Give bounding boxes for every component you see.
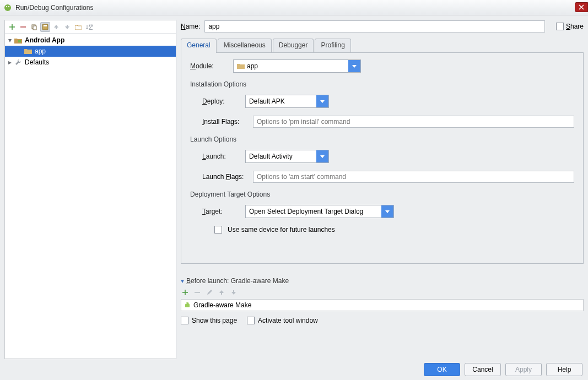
module-icon [24,47,33,56]
wrench-icon [14,58,23,67]
window-title: Run/Debug Configurations [15,4,93,12]
before-launch-item: Gradle-aware Make [193,301,251,309]
ok-button[interactable]: OK [424,363,460,376]
android-icon [184,301,191,309]
show-page-checkbox[interactable] [181,317,188,324]
svg-point-1 [6,6,7,7]
svg-point-2 [8,6,9,7]
tree-label: Defaults [25,58,49,66]
expand-icon: ▸ [8,58,14,66]
dropdown-icon [348,60,360,72]
launch-select[interactable]: Default Activity [245,150,329,163]
deploy-label: Deploy: [202,97,240,105]
installation-options-header: Installation Options [190,80,574,88]
install-flags-label: Install Flags: [202,118,247,126]
svg-point-11 [186,303,187,303]
svg-rect-6 [44,25,47,26]
launch-value: Default Activity [249,153,293,160]
share-checkbox[interactable] [556,23,564,30]
deploy-select[interactable]: Default APK [245,95,329,108]
help-button[interactable]: Help [546,363,582,376]
folder-button[interactable] [73,22,83,32]
before-launch-list[interactable]: Gradle-aware Make [181,299,584,311]
remove-config-button[interactable] [18,22,28,32]
svg-rect-10 [185,304,190,307]
module-value: app [247,62,258,70]
target-select[interactable]: Open Select Deployment Target Dialog [245,205,394,218]
save-config-button[interactable] [40,22,50,32]
same-device-checkbox[interactable] [214,226,222,234]
tree-node-defaults[interactable]: ▸ Defaults [5,57,176,68]
dialog-footer: OK Cancel Apply Help [0,359,588,380]
add-task-button[interactable] [181,288,190,297]
before-launch-section: ▾ Before launch: Gradle-aware Make Gradl… [181,277,584,324]
expand-icon: ▾ [8,36,14,44]
tab-miscellaneous[interactable]: Miscellaneous [218,39,272,53]
config-toolbar: AZ [5,20,176,34]
tree-label: app [35,47,46,55]
target-value: Open Select Deployment Target Dialog [249,208,363,215]
module-select[interactable]: app [233,59,361,73]
deployment-target-header: Deployment Target Options [190,191,574,198]
tree-label: Android App [25,36,64,44]
share-label: Share [566,23,584,30]
install-flags-input[interactable] [253,116,574,128]
launch-options-header: Launch Options [190,135,574,143]
remove-task-button[interactable] [193,288,202,297]
app-icon [3,3,12,12]
deploy-value: Default APK [249,97,285,105]
svg-point-12 [188,303,188,303]
detail-tabs: General Miscellaneous Debugger Profiling [181,39,584,53]
launch-flags-input[interactable] [253,171,574,183]
dropdown-icon [381,205,393,218]
tab-general[interactable]: General [181,39,217,53]
sort-button[interactable]: AZ [84,22,94,32]
collapse-icon[interactable]: ▾ [181,277,184,285]
tree-node-app[interactable]: app [5,46,176,57]
before-launch-toolbar [181,288,584,297]
config-detail-panel: Name: Share General Miscellaneous Debugg… [181,20,584,359]
config-tree[interactable]: ▾ Android App app ▸ Defaults [5,34,176,359]
same-device-label: Use same device for future launches [228,226,335,234]
dropdown-icon [316,95,328,107]
close-button[interactable] [575,2,588,12]
activate-tool-label: Activate tool window [258,317,318,324]
before-launch-header: Before launch: Gradle-aware Make [186,277,289,285]
cancel-button[interactable]: Cancel [465,363,501,376]
show-page-label: Show this page [192,317,237,324]
move-down-button[interactable] [62,22,72,32]
svg-rect-4 [33,26,36,30]
configurations-panel: AZ ▾ Android App app ▸ Defaults [4,20,176,359]
svg-point-0 [4,4,11,11]
android-app-icon [14,36,23,45]
name-input[interactable] [204,20,545,32]
module-icon [237,63,245,69]
move-up-button[interactable] [51,22,61,32]
svg-text:Z: Z [89,24,93,30]
tree-node-android-app[interactable]: ▾ Android App [5,35,176,46]
edit-task-button[interactable] [205,288,214,297]
apply-button[interactable]: Apply [505,363,542,376]
add-config-button[interactable] [7,22,17,32]
activate-tool-checkbox[interactable] [247,317,255,324]
tab-general-body: Module: app Installation Options Deploy:… [181,53,584,264]
launch-label: Launch: [202,153,240,160]
task-down-button[interactable] [229,288,238,297]
title-bar: Run/Debug Configurations [0,0,588,15]
module-label: Module: [190,62,228,70]
dropdown-icon [316,150,328,162]
tab-debugger[interactable]: Debugger [273,39,314,53]
copy-config-button[interactable] [29,22,39,32]
tab-profiling[interactable]: Profiling [315,39,350,53]
target-label: Target: [202,208,240,215]
launch-flags-label: Launch Flags: [202,173,247,181]
svg-rect-9 [18,40,21,42]
task-up-button[interactable] [217,288,226,297]
name-label: Name: [181,23,200,30]
